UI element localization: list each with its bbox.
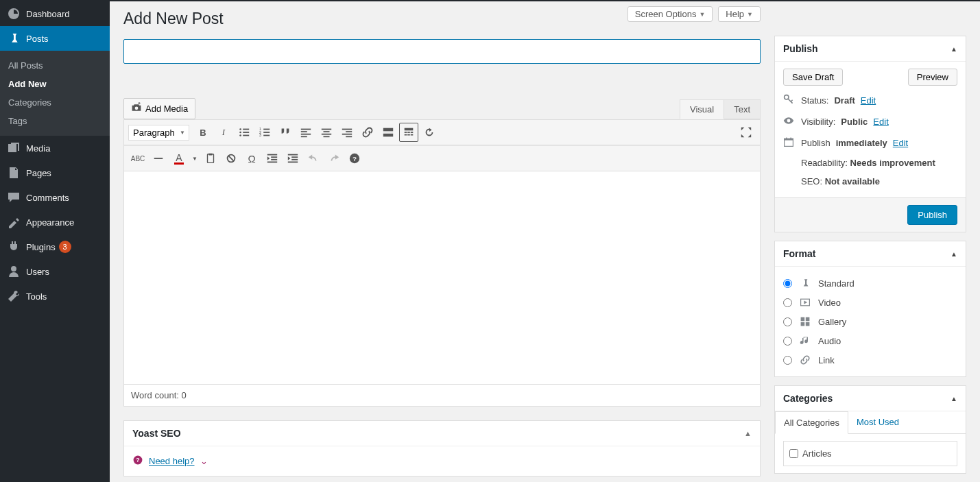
align-left-button[interactable] (296, 123, 315, 142)
svg-rect-5 (243, 135, 249, 136)
video-icon (799, 296, 811, 309)
read-more-button[interactable] (379, 123, 398, 142)
chevron-up-icon: ▲ (744, 429, 752, 437)
svg-rect-15 (301, 136, 307, 137)
text-color-dropdown[interactable]: ▼ (190, 149, 200, 168)
key-icon (783, 94, 796, 107)
refresh-button[interactable] (420, 123, 439, 142)
special-char-button[interactable]: Ω (242, 149, 261, 168)
svg-rect-37 (267, 154, 277, 156)
format-option-audio[interactable]: Audio (783, 331, 957, 350)
format-option-standard[interactable]: Standard (783, 274, 957, 293)
submenu-categories[interactable]: Categories (0, 93, 110, 112)
svg-rect-24 (383, 128, 393, 132)
paste-text-button[interactable] (201, 149, 220, 168)
svg-rect-36 (208, 154, 212, 156)
post-content-editor[interactable] (124, 171, 760, 384)
svg-rect-16 (322, 129, 331, 130)
submenu-add-new[interactable]: Add New (0, 75, 110, 93)
admin-sidebar: Dashboard Posts All Posts Add New Catego… (0, 1, 110, 482)
post-title-input[interactable] (123, 39, 761, 64)
paragraph-format-select[interactable]: Paragraph (128, 125, 189, 141)
sidebar-label: Comments (26, 193, 69, 203)
bold-button[interactable]: B (193, 123, 213, 142)
svg-rect-19 (324, 136, 330, 137)
svg-text:?: ? (136, 457, 139, 463)
svg-rect-34 (154, 158, 163, 159)
toolbar-toggle-button[interactable] (399, 123, 418, 142)
yoast-header[interactable]: Yoast SEO ▲ (124, 421, 760, 446)
sidebar-item-pages[interactable]: Pages (0, 160, 110, 185)
align-center-button[interactable] (317, 123, 336, 142)
hr-button[interactable] (149, 149, 168, 168)
numbered-list-button[interactable]: 123 (255, 123, 274, 142)
screen-options-button[interactable]: Screen Options (628, 6, 713, 22)
svg-rect-11 (263, 135, 270, 136)
category-item-articles[interactable]: Articles (789, 447, 951, 460)
link-button[interactable] (358, 123, 377, 142)
svg-rect-7 (263, 129, 270, 130)
preview-button[interactable]: Preview (908, 69, 957, 86)
plugins-icon (7, 240, 21, 254)
save-draft-button[interactable]: Save Draft (783, 69, 843, 86)
blockquote-button[interactable] (276, 123, 295, 142)
publish-button[interactable]: Publish (907, 205, 957, 225)
text-color-button[interactable]: A (169, 149, 189, 168)
sidebar-item-plugins[interactable]: Plugins 3 (0, 234, 110, 259)
svg-rect-57 (801, 322, 805, 326)
format-option-gallery[interactable]: Gallery (783, 312, 957, 331)
gallery-icon (799, 315, 811, 328)
help-button[interactable]: Help (718, 6, 761, 22)
format-panel-header[interactable]: Format ▲ (775, 241, 966, 267)
strikethrough-button[interactable]: ABC (128, 149, 147, 168)
question-icon: ? (132, 455, 143, 468)
sidebar-item-posts[interactable]: Posts (0, 26, 110, 51)
clear-formatting-button[interactable] (222, 149, 241, 168)
appearance-icon (7, 215, 21, 229)
svg-rect-1 (243, 129, 249, 130)
svg-rect-42 (291, 156, 298, 158)
help-icon-button[interactable]: ? (345, 149, 364, 168)
posts-submenu: All Posts Add New Categories Tags (0, 51, 110, 136)
italic-button[interactable]: I (214, 123, 233, 142)
svg-rect-9 (263, 132, 270, 133)
svg-rect-21 (346, 131, 352, 132)
yoast-seo-metabox: Yoast SEO ▲ ? Need help? ⌄ (123, 420, 761, 477)
chevron-down-icon[interactable]: ⌄ (200, 456, 208, 466)
categories-tab-most-used[interactable]: Most Used (848, 411, 907, 433)
format-option-link[interactable]: Link (783, 350, 957, 370)
fullscreen-button[interactable] (737, 123, 756, 142)
svg-rect-41 (288, 154, 298, 156)
categories-panel-header[interactable]: Categories ▲ (775, 386, 966, 411)
edit-visibility-link[interactable]: Edit (873, 117, 888, 127)
editor-tab-visual[interactable]: Visual (680, 99, 724, 119)
sidebar-item-comments[interactable]: Comments (0, 185, 110, 210)
sidebar-item-appearance[interactable]: Appearance (0, 210, 110, 234)
outdent-button[interactable] (263, 149, 282, 168)
edit-schedule-link[interactable]: Edit (893, 138, 908, 148)
eye-icon (783, 115, 796, 128)
svg-rect-26 (383, 134, 393, 137)
svg-rect-25 (383, 132, 393, 132)
sidebar-item-tools[interactable]: Tools (0, 284, 110, 309)
need-help-link[interactable]: Need help? (149, 456, 195, 466)
format-option-video[interactable]: Video (783, 293, 957, 312)
chevron-up-icon: ▲ (951, 395, 957, 402)
add-media-button[interactable]: Add Media (123, 98, 195, 119)
svg-rect-31 (405, 134, 407, 136)
undo-button[interactable] (304, 149, 323, 168)
submenu-tags[interactable]: Tags (0, 112, 110, 130)
editor-tab-text[interactable]: Text (724, 99, 761, 119)
align-right-button[interactable] (337, 123, 357, 142)
publish-panel-header[interactable]: Publish ▲ (775, 36, 966, 62)
categories-tab-all[interactable]: All Categories (775, 411, 848, 434)
redo-button[interactable] (324, 149, 344, 168)
submenu-all-posts[interactable]: All Posts (0, 56, 110, 75)
indent-button[interactable] (283, 149, 302, 168)
sidebar-item-dashboard[interactable]: Dashboard (0, 1, 110, 26)
sidebar-item-users[interactable]: Users (0, 259, 110, 284)
bullet-list-button[interactable] (235, 123, 254, 142)
sidebar-item-media[interactable]: Media (0, 136, 110, 160)
camera-icon (131, 102, 142, 115)
edit-status-link[interactable]: Edit (861, 95, 876, 106)
